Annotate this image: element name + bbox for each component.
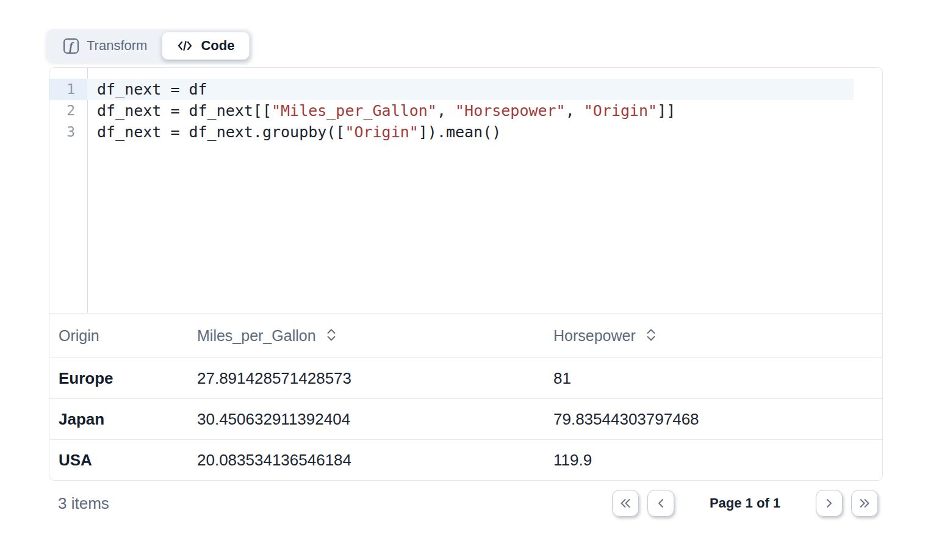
tab-code[interactable]: Code bbox=[162, 32, 250, 60]
table-footer: 3 items Page 1 of 1 bbox=[49, 488, 883, 519]
column-header-horsepower: Horsepower bbox=[544, 326, 882, 345]
last-page-button[interactable] bbox=[851, 490, 878, 517]
column-label: Origin bbox=[59, 327, 99, 345]
data-cell: 27.891428571428573 bbox=[188, 369, 544, 388]
code-text[interactable]: df_next = df_next.groupby(["Origin"]).me… bbox=[87, 121, 854, 143]
first-page-button[interactable] bbox=[612, 490, 639, 517]
column-header-origin: Origin bbox=[49, 327, 188, 345]
data-cell: 119.9 bbox=[544, 451, 882, 470]
items-count: 3 items bbox=[49, 494, 109, 513]
line-number: 1 bbox=[49, 79, 87, 100]
code-line[interactable]: 1df_next = df bbox=[49, 79, 882, 100]
tab-code-label: Code bbox=[201, 38, 234, 54]
tab-transform[interactable]: f Transform bbox=[49, 32, 162, 60]
data-cell: 81 bbox=[544, 369, 882, 388]
result-table-header: Origin Miles_per_Gallon Horsepower bbox=[49, 313, 882, 357]
column-label: Horsepower bbox=[553, 327, 636, 345]
page-indicator: Page 1 of 1 bbox=[683, 495, 807, 511]
row-header-cell: Japan bbox=[49, 410, 188, 429]
next-page-button[interactable] bbox=[816, 490, 843, 517]
column-header-miles-per-gallon: Miles_per_Gallon bbox=[188, 326, 544, 345]
data-cell: 79.83544303797468 bbox=[544, 410, 882, 429]
tab-transform-label: Transform bbox=[87, 38, 147, 54]
chevron-right-icon bbox=[826, 498, 833, 508]
sort-icon[interactable] bbox=[646, 328, 656, 345]
line-number: 3 bbox=[49, 121, 87, 143]
code-line[interactable]: 3df_next = df_next.groupby(["Origin"]).m… bbox=[49, 121, 882, 143]
data-cell: 30.450632911392404 bbox=[188, 410, 544, 429]
row-header-cell: USA bbox=[49, 451, 188, 470]
line-number: 2 bbox=[49, 100, 87, 121]
table-row: USA20.083534136546184119.9 bbox=[49, 439, 882, 480]
code-text[interactable]: df_next = df_next[["Miles_per_Gallon", "… bbox=[87, 100, 854, 121]
sort-icon[interactable] bbox=[326, 328, 336, 345]
view-mode-tabbar: f Transform Code bbox=[46, 29, 252, 62]
pagination-controls: Page 1 of 1 bbox=[612, 490, 883, 517]
previous-page-button[interactable] bbox=[647, 490, 674, 517]
double-chevron-left-icon bbox=[619, 498, 632, 508]
chevron-left-icon bbox=[657, 498, 664, 508]
code-icon bbox=[177, 39, 193, 52]
table-row: Europe27.89142857142857381 bbox=[49, 357, 882, 398]
table-body: Europe27.89142857142857381Japan30.450632… bbox=[49, 357, 882, 480]
code-and-result-panel: 1df_next = df2df_next = df_next[["Miles_… bbox=[49, 67, 883, 481]
function-icon: f bbox=[63, 38, 79, 54]
code-line[interactable]: 2df_next = df_next[["Miles_per_Gallon", … bbox=[49, 100, 882, 121]
code-lines: 1df_next = df2df_next = df_next[["Miles_… bbox=[49, 79, 882, 143]
table-row: Japan30.45063291139240479.83544303797468 bbox=[49, 398, 882, 439]
column-label: Miles_per_Gallon bbox=[197, 327, 316, 345]
data-cell: 20.083534136546184 bbox=[188, 451, 544, 470]
code-text[interactable]: df_next = df bbox=[87, 79, 854, 100]
code-editor[interactable]: 1df_next = df2df_next = df_next[["Miles_… bbox=[49, 68, 882, 313]
row-header-cell: Europe bbox=[49, 369, 188, 388]
double-chevron-right-icon bbox=[858, 498, 871, 508]
